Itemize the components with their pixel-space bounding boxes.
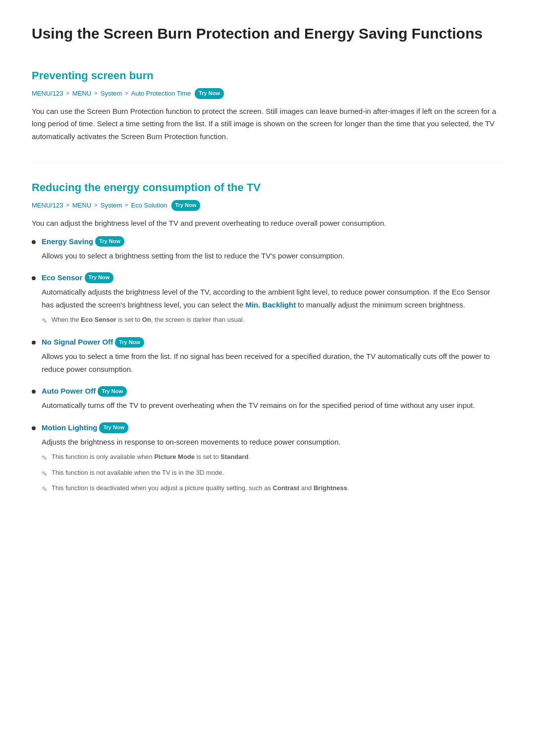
breadcrumb-separator: > [94, 201, 97, 210]
breadcrumb-item[interactable]: Auto Protection Time [131, 89, 191, 99]
breadcrumb-separator: > [66, 201, 69, 210]
breadcrumb-item[interactable]: System [101, 89, 122, 99]
bullet-header: Motion LightingTry Now [32, 422, 503, 434]
note-item: ✎When the Eco Sensor is set to On, the s… [42, 315, 503, 326]
bullet-header: Energy SavingTry Now [32, 236, 503, 248]
breadcrumb-item[interactable]: System [101, 201, 122, 211]
bullet-dot-icon [32, 240, 36, 244]
bold-term: Picture Mode [154, 453, 195, 460]
note-icon: ✎ [42, 468, 48, 479]
bullet-dot-icon [32, 341, 36, 345]
section-screen-burn: Preventing screen burnMENU/123 > MENU > … [32, 67, 503, 143]
note-item: ✎This function is deactivated when you a… [42, 483, 503, 495]
bullet-header: No Signal Power OffTry Now [32, 336, 503, 348]
bullet-label[interactable]: No Signal Power Off [42, 336, 113, 348]
breadcrumb-separator: > [125, 89, 128, 98]
section-title-screen-burn: Preventing screen burn [32, 67, 503, 84]
section-energy-saving: Reducing the energy consumption of the T… [32, 179, 503, 495]
section-body-energy-saving: You can adjust the brightness level of t… [32, 217, 503, 230]
breadcrumb-energy-saving: MENU/123 > MENU > System > Eco SolutionT… [32, 200, 503, 211]
note-text: This function is only available when Pic… [52, 452, 250, 462]
bullet-dot-icon [32, 276, 36, 280]
note-icon: ✎ [42, 315, 48, 326]
breadcrumb-screen-burn: MENU/123 > MENU > System > Auto Protecti… [32, 88, 503, 99]
try-now-badge[interactable]: Try Now [95, 236, 124, 247]
note-text: This function is not available when the … [52, 468, 224, 478]
bullet-dot-icon [32, 426, 36, 430]
breadcrumb-item[interactable]: MENU [72, 201, 91, 211]
note-text: When the Eco Sensor is set to On, the sc… [52, 315, 245, 325]
bold-term: Standard [220, 453, 248, 460]
bullet-item: No Signal Power OffTry NowAllows you to … [32, 336, 503, 375]
bullet-desc: Allows you to select a brightness settin… [42, 250, 503, 262]
bullet-label[interactable]: Eco Sensor [42, 272, 83, 284]
bullet-item: Auto Power OffTry NowAutomatically turns… [32, 385, 503, 412]
bullet-header: Eco SensorTry Now [32, 272, 503, 284]
bold-term: On [142, 316, 151, 323]
try-now-badge[interactable]: Try Now [115, 337, 144, 348]
bullet-desc: Adjusts the brightness in response to on… [42, 436, 503, 449]
bullet-header: Auto Power OffTry Now [32, 385, 503, 397]
section-body-screen-burn: You can use the Screen Burn Protection f… [32, 105, 503, 143]
section-title-energy-saving: Reducing the energy consumption of the T… [32, 179, 503, 196]
bold-term: Contrast [273, 484, 299, 492]
breadcrumb-item[interactable]: MENU/123 [32, 201, 63, 211]
bullet-item: Energy SavingTry NowAllows you to select… [32, 236, 503, 262]
note-item: ✎This function is only available when Pi… [42, 452, 503, 463]
try-now-badge[interactable]: Try Now [85, 272, 114, 283]
breadcrumb-item[interactable]: Eco Solution [131, 201, 167, 211]
page-title: Using the Screen Burn Protection and Ene… [32, 24, 503, 43]
note-item: ✎This function is not available when the… [42, 468, 503, 479]
note-icon: ✎ [42, 484, 48, 495]
bullet-label[interactable]: Motion Lighting [42, 422, 97, 434]
breadcrumb-separator: > [94, 89, 97, 98]
try-now-badge[interactable]: Try Now [195, 88, 224, 99]
bullet-label[interactable]: Auto Power Off [42, 385, 96, 397]
note-icon: ✎ [42, 453, 48, 463]
breadcrumb-separator: > [125, 201, 128, 210]
bullet-list-energy-saving: Energy SavingTry NowAllows you to select… [32, 236, 503, 495]
try-now-badge[interactable]: Try Now [171, 200, 201, 211]
bullet-label[interactable]: Energy Saving [42, 236, 93, 248]
bullet-item: Eco SensorTry NowAutomatically adjusts t… [32, 272, 503, 326]
bullet-item: Motion LightingTry NowAdjusts the bright… [32, 422, 503, 495]
bold-term: Brightness [314, 484, 347, 492]
breadcrumb-item[interactable]: MENU/123 [32, 89, 63, 99]
note-text: This function is deactivated when you ad… [52, 483, 349, 494]
bullet-desc: Automatically turns off the TV to preven… [42, 399, 503, 412]
try-now-badge[interactable]: Try Now [99, 422, 128, 433]
bullet-desc: Allows you to select a time from the lis… [42, 350, 503, 375]
section-divider [32, 162, 503, 163]
breadcrumb-separator: > [66, 89, 69, 98]
bold-term: Eco Sensor [81, 316, 116, 323]
min-backlight-link[interactable]: Min. Backlight [245, 301, 296, 309]
bullet-desc: Automatically adjusts the brightness lev… [42, 286, 503, 311]
breadcrumb-item[interactable]: MENU [72, 89, 91, 99]
bullet-dot-icon [32, 390, 36, 394]
try-now-badge[interactable]: Try Now [98, 386, 127, 397]
